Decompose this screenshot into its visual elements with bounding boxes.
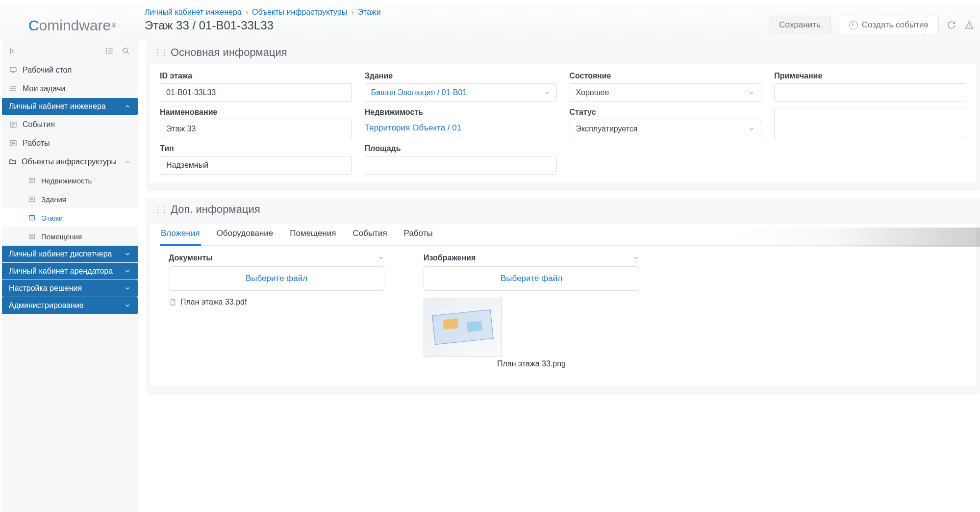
drag-handle-icon[interactable]: ⋮⋮ (154, 205, 167, 214)
sidebar-item-infra[interactable]: Объекты инфраструктуры (2, 153, 138, 171)
logo-letter: C (28, 17, 39, 34)
svg-point-0 (969, 27, 970, 27)
name-input[interactable]: Этаж 33 (160, 120, 352, 138)
chevron-down-icon[interactable] (632, 255, 639, 261)
breadcrumb-item[interactable]: Объекты инфраструктуры (252, 8, 347, 17)
warning-icon[interactable] (964, 20, 974, 30)
chevron-down-icon (544, 89, 551, 96)
file-row[interactable]: План этажа 33.pdf (169, 298, 384, 307)
sidebar: Рабочий стол Мои задачи Личный кабинет и… (2, 41, 138, 512)
search-icon[interactable] (121, 46, 131, 56)
chevron-down-icon (124, 268, 131, 275)
id-input[interactable]: 01-B01-33L33 (160, 83, 352, 102)
list-box-icon (27, 176, 36, 185)
logo-reg: ® (112, 22, 116, 29)
collapse-sidebar-icon[interactable] (9, 46, 19, 56)
tab-rooms[interactable]: Помещения (289, 224, 337, 245)
condition-select[interactable]: Хорошее (570, 83, 762, 102)
breadcrumb-item[interactable]: Личный кабинет инженера (145, 8, 242, 17)
field-id: ID этажа 01-B01-33L33 (160, 72, 352, 102)
desktop-icon (9, 66, 18, 75)
tab-equipment[interactable]: Оборудование (216, 224, 275, 245)
save-button[interactable]: Сохранить (769, 16, 830, 34)
sidebar-item-label: Помещения (41, 232, 82, 241)
refresh-icon[interactable] (947, 20, 956, 30)
field-label: Недвижимость (365, 108, 557, 117)
list-icon[interactable] (104, 46, 114, 56)
sidebar-item-events[interactable]: События (2, 115, 138, 134)
sidebar-item-buildings[interactable]: Здания (2, 190, 138, 208)
field-label: ID этажа (160, 72, 352, 80)
breadcrumb: Личный кабинет инженера › Объекты инфрас… (145, 8, 769, 17)
panel-header: ⋮⋮ Основная информация (146, 41, 980, 64)
sidebar-item-rooms[interactable]: Помещения (2, 227, 138, 246)
create-event-button[interactable]: Создать событие (839, 16, 939, 34)
sidebar-item-tasks[interactable]: Мои задачи (2, 79, 138, 98)
tabs: Вложения Оборудование Помещения События … (160, 224, 966, 246)
sidebar-section-settings[interactable]: Настройка решения (2, 280, 138, 297)
area-input[interactable] (365, 156, 557, 175)
file-icon (169, 298, 176, 306)
image-thumbnail[interactable] (424, 298, 502, 357)
sidebar-item-label: Этажи (41, 214, 63, 222)
breadcrumb-item[interactable]: Этажи (358, 8, 381, 17)
sidebar-toolbar (2, 41, 138, 61)
layout: Рабочий стол Мои задачи Личный кабинет и… (0, 41, 980, 512)
chevron-down-icon[interactable] (377, 255, 384, 261)
main: ⋮⋮ Основная информация ID этажа 01-B01-3… (140, 41, 980, 512)
sidebar-item-label: Здания (41, 195, 66, 204)
empty-input[interactable] (774, 108, 966, 138)
logo-rest: omindware (39, 17, 111, 34)
field-label: Статус (570, 108, 762, 117)
page-title: Этаж 33 / 01-B01-33L33 (145, 19, 769, 32)
list-box-icon (27, 232, 36, 241)
input-value: Эксплуатируется (576, 125, 638, 133)
field-label: Состояние (570, 72, 762, 80)
tasks-icon (9, 84, 18, 93)
status-select[interactable]: Эксплуатируется (570, 120, 762, 138)
sidebar-item-works[interactable]: Работы (2, 134, 138, 153)
tab-attachments[interactable]: Вложения (160, 224, 201, 246)
field-label: Тип (160, 144, 352, 153)
sidebar-section-label: Администрирование (9, 301, 84, 310)
field-building: Здание Башня Эволюция / 01-B01 (365, 72, 557, 102)
realestate-link[interactable]: Территория Объекта / 01 (365, 120, 557, 136)
sidebar-section-admin[interactable]: Администрирование (2, 297, 138, 314)
sidebar-item-label: Работы (23, 139, 50, 148)
section-title: Документы (169, 254, 213, 262)
building-select[interactable]: Башня Эволюция / 01-B01 (365, 83, 557, 102)
svg-point-3 (106, 53, 107, 54)
field-name: Наименование Этаж 33 (160, 108, 352, 138)
field-area: Площадь (365, 144, 557, 175)
sidebar-item-realestate[interactable]: Недвижимость (2, 171, 138, 190)
tab-events[interactable]: События (352, 224, 388, 245)
sidebar-section-label: Личный кабинет диспетчера (9, 250, 112, 258)
sidebar-item-label: Объекты инфраструктуры (22, 157, 117, 166)
panel-title: Основная информация (171, 46, 287, 59)
chevron-up-icon (124, 158, 131, 165)
chevron-up-icon (124, 103, 131, 110)
top-bar: Comindware® Личный кабинет инженера › Об… (0, 0, 980, 41)
sidebar-section-engineer[interactable]: Личный кабинет инженера (2, 98, 138, 115)
sidebar-item-floors[interactable]: Этажи (2, 208, 138, 227)
field-condition: Состояние Хорошее (570, 72, 762, 102)
field-label: Здание (365, 72, 557, 80)
note-input[interactable] (774, 83, 966, 102)
input-value: Этаж 33 (166, 125, 196, 133)
logo[interactable]: Comindware® (0, 5, 145, 46)
sidebar-section-label: Настройка решения (9, 284, 82, 293)
sidebar-section-label: Личный кабинет инженера (9, 102, 106, 111)
image-file-name: План этажа 33.png (424, 359, 639, 368)
panel-main-info: ⋮⋮ Основная информация ID этажа 01-B01-3… (146, 41, 980, 191)
sidebar-item-desktop[interactable]: Рабочий стол (2, 61, 138, 79)
drag-handle-icon[interactable]: ⋮⋮ (154, 48, 167, 57)
choose-file-button[interactable]: Выберите файл (424, 266, 639, 291)
attachments-pane: Документы Выберите файл План этажа 33.pd… (154, 246, 972, 376)
choose-file-button[interactable]: Выберите файл (169, 266, 384, 291)
type-input[interactable]: Надземный (160, 156, 352, 175)
sidebar-item-label: Рабочий стол (23, 66, 72, 75)
sidebar-section-dispatcher[interactable]: Личный кабинет диспетчера (2, 246, 138, 262)
list-box-icon (9, 120, 18, 129)
tab-works[interactable]: Работы (403, 224, 434, 245)
sidebar-section-tenant[interactable]: Личный кабинет арендатора (2, 263, 138, 280)
